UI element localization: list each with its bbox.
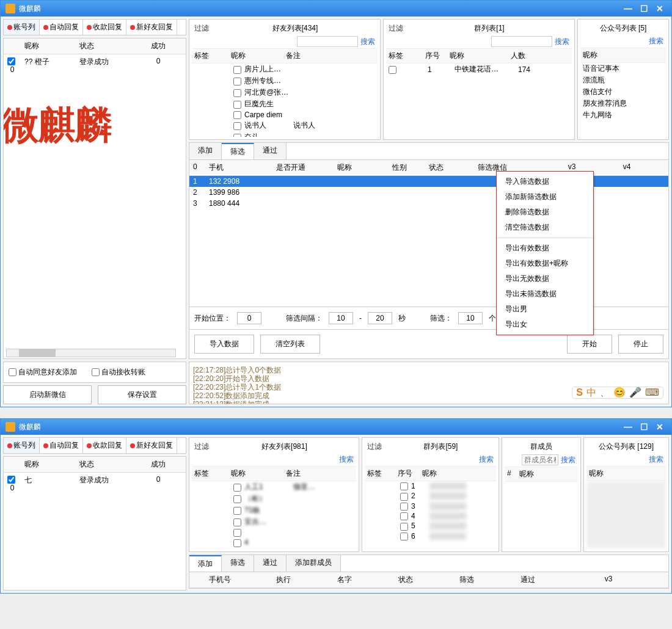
public-row[interactable]: 朋友推荐消息 bbox=[580, 98, 666, 109]
members-list[interactable] bbox=[505, 482, 578, 549]
start-button[interactable]: 开始 bbox=[567, 335, 612, 354]
minimize-button[interactable]: — bbox=[621, 421, 635, 432]
tab-payment-reply[interactable]: 收款回复 bbox=[83, 438, 126, 453]
public-search-button[interactable]: 搜索 bbox=[649, 36, 663, 46]
friend-row[interactable]: 奋斗 bbox=[192, 131, 378, 137]
ime-cn-icon[interactable]: 中 bbox=[586, 388, 596, 397]
ime-emoji-icon[interactable]: 😊 bbox=[613, 388, 626, 397]
mtab-add[interactable]: 添加 bbox=[189, 143, 222, 159]
context-menu-item[interactable]: 导入筛选数据 bbox=[497, 174, 593, 189]
context-menu-item[interactable]: 导出有效数据+昵称 bbox=[497, 256, 593, 271]
public-search-button[interactable]: 搜索 bbox=[649, 454, 663, 465]
groups-search-input[interactable] bbox=[491, 36, 552, 47]
context-menu-item[interactable]: 导出有效数据 bbox=[497, 241, 593, 256]
ime-bar[interactable]: S 中 、 😊 🎤 ⌨ bbox=[572, 387, 663, 399]
account-row[interactable]: 0 ?? 橙子 登录成功 0 bbox=[4, 54, 186, 76]
account-row[interactable]: 0 七 登录成功 0 bbox=[4, 473, 186, 495]
clear-list-button[interactable]: 清空列表 bbox=[260, 335, 320, 354]
close-button[interactable]: ✕ bbox=[653, 3, 667, 14]
mtab-pass[interactable]: 通过 bbox=[254, 143, 287, 159]
mtab-filter[interactable]: 筛选 bbox=[222, 555, 254, 572]
context-menu-item[interactable]: 添加新筛选数据 bbox=[497, 189, 593, 205]
start-pos-input[interactable] bbox=[237, 312, 261, 324]
mtab-add[interactable]: 添加 bbox=[189, 555, 222, 572]
filter-row[interactable]: 21399 986 bbox=[189, 187, 668, 198]
context-menu-item[interactable]: 导出男 bbox=[497, 302, 593, 317]
public-row[interactable]: 微信支付 bbox=[580, 86, 666, 98]
friends-search-button[interactable]: 搜索 bbox=[339, 454, 354, 465]
friend-row[interactable]: 说书人说书人 bbox=[192, 120, 378, 131]
titlebar[interactable]: 微麒麟 — ☐ ✕ bbox=[1, 419, 671, 435]
context-menu-item[interactable]: 导出未筛选数据 bbox=[497, 286, 593, 302]
tab-auto-reply[interactable]: 自动回复 bbox=[40, 20, 83, 35]
ime-punct-icon[interactable]: 、 bbox=[600, 388, 610, 397]
groups-list[interactable]: 123456 bbox=[365, 481, 496, 548]
groups-list[interactable]: 1中铁建花语…174 bbox=[386, 64, 572, 137]
friend-row[interactable]: 4 bbox=[192, 537, 356, 547]
close-button[interactable]: ✕ bbox=[653, 421, 667, 432]
public-row[interactable]: 语音记事本 bbox=[580, 63, 666, 75]
tab-auto-reply[interactable]: 自动回复 bbox=[40, 438, 83, 453]
friend-row[interactable]: （彬） bbox=[192, 493, 356, 504]
friends-search-input[interactable] bbox=[297, 36, 358, 47]
group-row[interactable]: 5 bbox=[365, 521, 496, 531]
friend-row[interactable]: Carpe diem bbox=[192, 110, 378, 120]
titlebar[interactable]: 微麒麟 — ☐ ✕ bbox=[1, 1, 671, 16]
context-menu-item[interactable]: 删除筛选数据 bbox=[497, 205, 593, 220]
tab-accounts[interactable]: 账号列 bbox=[4, 438, 40, 453]
friends-list[interactable]: 人工1猫亚…（彬）?1杨安吉… 4 bbox=[192, 481, 356, 548]
account-checkbox[interactable] bbox=[7, 476, 15, 484]
context-menu-item[interactable]: 导出无效数据 bbox=[497, 271, 593, 286]
ime-mic-icon[interactable]: 🎤 bbox=[629, 388, 641, 397]
friend-row[interactable] bbox=[192, 528, 356, 537]
filter-row[interactable]: 31880 444 bbox=[189, 198, 668, 209]
public-row[interactable]: 漂流瓶 bbox=[580, 75, 666, 86]
public-list[interactable] bbox=[586, 481, 666, 548]
friend-row[interactable]: 河北黄@张… bbox=[192, 87, 378, 98]
h-scrollbar[interactable] bbox=[6, 349, 176, 357]
tab-payment-reply[interactable]: 收款回复 bbox=[83, 20, 126, 35]
minimize-button[interactable]: — bbox=[621, 3, 635, 14]
public-row[interactable]: 牛九网络 bbox=[580, 109, 666, 121]
stop-button[interactable]: 停止 bbox=[618, 335, 663, 354]
friend-row[interactable]: 房片儿上… bbox=[192, 64, 378, 75]
members-search-input[interactable] bbox=[522, 454, 558, 465]
account-checkbox[interactable] bbox=[7, 57, 15, 65]
maximize-button[interactable]: ☐ bbox=[637, 3, 651, 14]
friends-search-button[interactable]: 搜索 bbox=[360, 37, 375, 47]
ime-keyboard-icon[interactable]: ⌨ bbox=[645, 388, 659, 397]
save-settings-button[interactable]: 保存设置 bbox=[98, 385, 186, 404]
mtab-add-members[interactable]: 添加群成员 bbox=[287, 555, 341, 572]
friend-row[interactable]: 巨魔先生 bbox=[192, 98, 378, 110]
groups-search-button[interactable]: 搜索 bbox=[479, 454, 494, 465]
start-new-wechat-button[interactable]: 启动新微信 bbox=[3, 385, 92, 404]
auto-accept-transfer-checkbox[interactable]: 自动接收转账 bbox=[92, 367, 145, 377]
groups-search-button[interactable]: 搜索 bbox=[555, 37, 569, 47]
mtab-filter[interactable]: 筛选 bbox=[222, 143, 254, 159]
group-row[interactable]: 4 bbox=[365, 511, 496, 521]
group-row[interactable]: 2 bbox=[365, 491, 496, 501]
interval-max-input[interactable] bbox=[368, 312, 392, 324]
tab-new-friend-reply[interactable]: 新好友回复 bbox=[126, 20, 177, 35]
filter-row[interactable]: 1132 2908 bbox=[189, 176, 668, 187]
group-row[interactable]: 1 bbox=[365, 481, 496, 491]
context-menu-item[interactable]: 导出女 bbox=[497, 317, 593, 332]
auto-accept-friend-checkbox[interactable]: 自动同意好友添加 bbox=[9, 367, 77, 377]
interval-min-input[interactable] bbox=[329, 312, 353, 324]
group-row[interactable]: 3 bbox=[365, 501, 496, 511]
import-data-button[interactable]: 导入数据 bbox=[194, 335, 254, 354]
friend-row[interactable]: 惠州专线… bbox=[192, 75, 378, 87]
tab-accounts[interactable]: 账号列 bbox=[4, 20, 40, 35]
public-list[interactable]: 语音记事本漂流瓶微信支付朋友推荐消息牛九网络 bbox=[580, 63, 666, 136]
friend-row[interactable]: 安吉… bbox=[192, 516, 356, 528]
filter-count-input[interactable] bbox=[458, 312, 483, 324]
friend-row[interactable]: 人工1猫亚… bbox=[192, 481, 356, 493]
maximize-button[interactable]: ☐ bbox=[637, 421, 651, 432]
group-row[interactable]: 6 bbox=[365, 531, 496, 541]
mtab-pass[interactable]: 通过 bbox=[254, 555, 287, 572]
friend-row[interactable]: ?1杨 bbox=[192, 504, 356, 516]
friends-list[interactable]: 房片儿上…惠州专线…河北黄@张…巨魔先生Carpe diem说书人说书人奋斗 bbox=[192, 64, 378, 137]
members-search-button[interactable]: 搜索 bbox=[561, 455, 575, 465]
tab-new-friend-reply[interactable]: 新好友回复 bbox=[126, 438, 177, 453]
context-menu-item[interactable]: 清空筛选数据 bbox=[497, 220, 593, 235]
